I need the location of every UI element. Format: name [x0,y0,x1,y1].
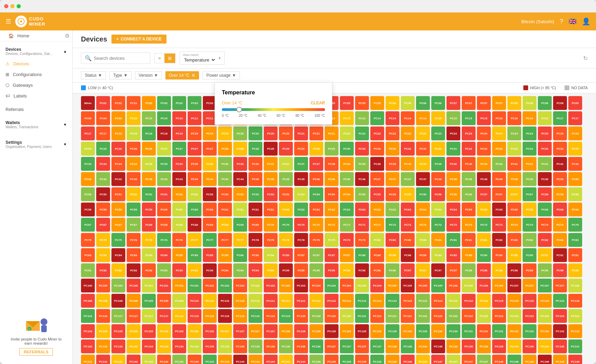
device-tile[interactable]: PC07 [462,96,476,110]
device-tile[interactable]: PC91 [81,263,95,277]
device-tile[interactable]: PC95 [309,263,323,277]
device-tile[interactable]: PC94 [264,263,278,277]
device-tile[interactable]: PC92 [127,263,141,277]
device-tile[interactable]: PC16 [523,111,536,125]
device-tile[interactable]: PC60 [172,203,186,216]
device-tile[interactable]: PC37 [264,157,278,171]
device-tile[interactable]: PC115 [492,294,506,308]
device-tile[interactable]: PC35 [157,157,171,171]
device-tile[interactable]: PC41 [523,157,536,171]
device-tile[interactable]: PC145 [309,355,323,364]
refresh-icon[interactable]: ↻ [583,55,588,62]
device-tile[interactable]: PC16 [492,111,506,125]
device-tile[interactable]: PC147 [431,355,445,364]
device-tile[interactable]: PC93 [188,263,201,277]
device-tile[interactable]: PC66 [553,203,567,216]
device-tile[interactable]: PC116 [81,309,95,323]
temp-clear-button[interactable]: CLEAR [311,101,325,105]
device-tile[interactable]: PC47 [386,172,399,186]
device-tile[interactable]: PC39 [386,157,399,171]
device-tile[interactable]: PC96 [370,263,384,277]
device-tile[interactable]: PC21 [309,127,323,140]
sidebar-item-configurations[interactable]: ⊞ Configurations [0,69,72,80]
device-tile[interactable]: PC71 [340,218,354,232]
device-tile[interactable]: PC125 [96,324,110,338]
device-tile[interactable]: PC113 [416,294,430,308]
device-tile[interactable]: PC39 [431,157,445,171]
device-tile[interactable]: PC139 [492,339,506,353]
device-tile[interactable]: PC34 [127,157,141,171]
device-tile[interactable]: PC81 [446,233,460,247]
device-tile[interactable]: PC18 [157,127,171,140]
device-tile[interactable]: PC35 [188,157,201,171]
device-tile[interactable]: PC89 [446,248,460,262]
device-tile[interactable]: PC28 [264,142,278,156]
device-tile[interactable]: PC90 [507,248,521,262]
device-tile[interactable]: PC123 [492,309,506,323]
device-tile[interactable]: PC128 [279,324,293,338]
device-tile[interactable]: PC145 [325,355,338,364]
device-tile[interactable]: PC62 [294,203,308,216]
device-tile[interactable]: PC68 [172,218,186,232]
device-tile[interactable]: PC143 [233,355,247,364]
device-tile[interactable]: PC66 [568,203,582,216]
device-tile[interactable]: PC22 [401,127,415,140]
device-tile[interactable]: PC44 [203,172,217,186]
device-tile[interactable]: PC50 [96,187,110,201]
device-tile[interactable]: PC87 [325,248,338,262]
device-tile[interactable]: PC92 [96,263,110,277]
device-tile[interactable]: PC73 [446,218,460,232]
device-tile[interactable]: PC99 [553,263,567,277]
device-tile[interactable]: PC92 [142,263,156,277]
device-tile[interactable]: PC44 [188,172,201,186]
device-tile[interactable]: PC21 [340,127,354,140]
device-tile[interactable]: PC120 [325,309,338,323]
device-tile[interactable]: PC24 [523,127,536,140]
device-tile[interactable]: PC58 [81,203,95,216]
device-tile[interactable]: PC104 [340,279,354,292]
version-filter[interactable]: Version ▼ [135,71,162,80]
device-tile[interactable]: PC75 [111,233,125,247]
device-tile[interactable]: PC138 [416,339,430,353]
device-tile[interactable]: PC75 [81,233,95,247]
device-tile[interactable]: PC34 [96,157,110,171]
device-tile[interactable]: PC131 [477,324,491,338]
device-tile[interactable]: Minin [81,96,95,110]
device-tile[interactable]: PC109 [172,294,186,308]
device-tile[interactable]: PC70 [294,218,308,232]
device-tile[interactable]: PC18 [142,127,156,140]
search-input[interactable] [94,56,146,61]
device-tile[interactable]: PC142 [157,355,171,364]
device-tile[interactable]: PC49 [507,172,521,186]
device-tile[interactable]: PC33 [523,142,536,156]
device-tile[interactable]: PC16 [538,111,552,125]
device-tile[interactable]: PC63 [340,203,354,216]
device-tile[interactable]: PC132 [523,324,536,338]
device-tile[interactable]: PC26 [96,142,110,156]
device-tile[interactable]: PC100 [111,279,125,292]
device-tile[interactable]: PC26 [111,142,125,156]
device-tile[interactable]: PC144 [294,355,308,364]
device-tile[interactable]: PC68 [142,218,156,232]
device-tile[interactable]: PC56 [416,187,430,201]
device-tile[interactable]: PC08 [523,96,536,110]
device-tile[interactable]: PC52 [203,187,217,201]
device-tile[interactable]: PC37 [309,157,323,171]
device-tile[interactable]: PC20 [233,127,247,140]
device-tile[interactable]: PC52 [218,187,232,201]
device-tile[interactable]: PC36 [218,157,232,171]
device-tile[interactable]: PC27 [188,142,201,156]
device-tile[interactable]: PC106 [446,279,460,292]
device-tile[interactable]: PC44 [233,172,247,186]
device-tile[interactable]: PC13 [340,111,354,125]
device-tile[interactable]: PC64 [416,203,430,216]
device-tile[interactable]: PC81 [477,233,491,247]
device-tile[interactable]: PC31 [401,142,415,156]
device-tile[interactable]: PC83 [553,233,567,247]
device-tile[interactable]: PC106 [492,279,506,292]
device-tile[interactable]: PC96 [355,263,369,277]
minimize-button[interactable] [10,4,15,8]
device-tile[interactable]: PC90 [477,248,491,262]
device-tile[interactable]: PC113 [401,294,415,308]
device-tile[interactable]: PC57 [507,187,521,201]
